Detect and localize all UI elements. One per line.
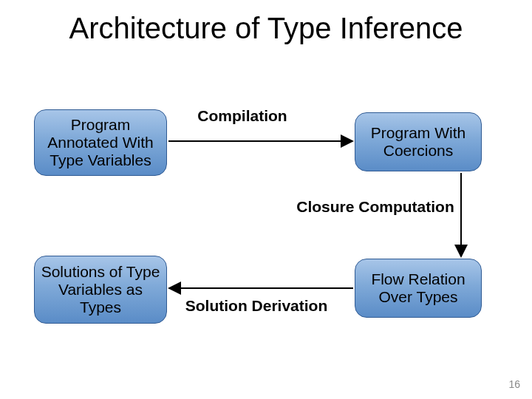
box-solutions: Solutions of Type Variables as Types bbox=[34, 256, 167, 324]
page-number: 16 bbox=[508, 378, 520, 390]
box-label: Program With Coercions bbox=[361, 124, 475, 160]
box-program-annotated: Program Annotated With Type Variables bbox=[34, 109, 167, 176]
label-compilation: Compilation bbox=[191, 107, 294, 124]
label-solution-derivation: Solution Derivation bbox=[179, 297, 334, 314]
box-label: Solutions of Type Variables as Types bbox=[41, 263, 160, 316]
slide-title: Architecture of Type Inference bbox=[0, 12, 532, 45]
box-label: Program Annotated With Type Variables bbox=[41, 116, 160, 169]
label-closure-computation: Closure Computation bbox=[287, 198, 464, 215]
box-flow-relation: Flow Relation Over Types bbox=[355, 259, 482, 318]
box-label: Flow Relation Over Types bbox=[361, 270, 475, 306]
box-program-coercions: Program With Coercions bbox=[355, 112, 482, 171]
